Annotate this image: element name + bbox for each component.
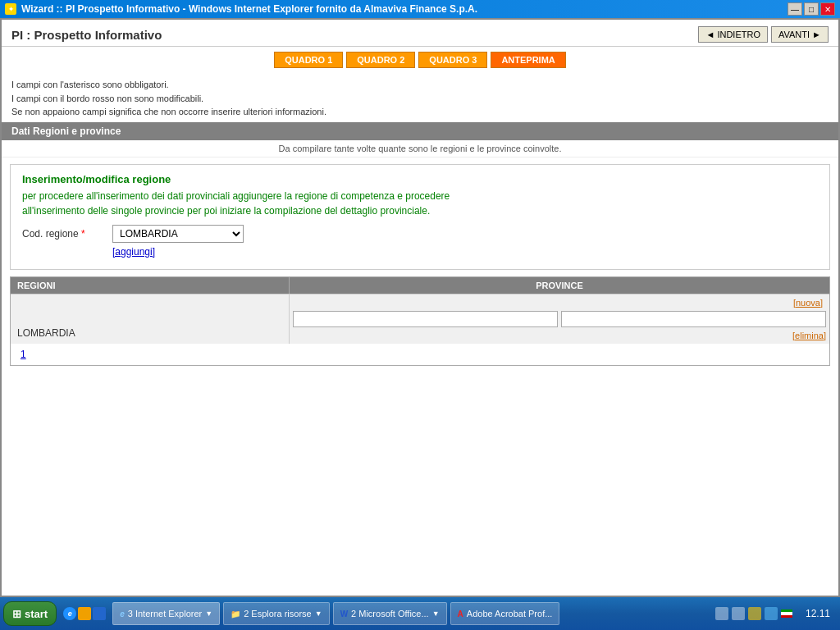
ie2-quicklaunch-icon[interactable]: [93, 607, 106, 620]
folder-quicklaunch-icon[interactable]: [78, 607, 91, 620]
flag-icons: [781, 609, 792, 618]
aggiungi-link[interactable]: [aggiungi]: [112, 246, 155, 258]
region-select[interactable]: LOMBARDIA: [112, 225, 244, 243]
nav-arrows: ◄ INDIETRO AVANTI ►: [698, 26, 829, 43]
tab-quadro3[interactable]: QUADRO 3: [418, 52, 487, 68]
instructions: Da compilare tante volte quante sono le …: [2, 140, 838, 158]
table-footer-row: 1: [11, 344, 829, 365]
taskbar: ⊞ start e e 3 Internet Explorer ▼ 📁 2 Es…: [0, 597, 840, 630]
col-header-regioni: REGIONI: [11, 277, 290, 294]
elimina-link[interactable]: [elimina]: [792, 329, 826, 342]
folder-taskbar-icon: 📁: [231, 609, 240, 619]
province-input-2[interactable]: [561, 311, 826, 327]
title-bar: ✦ Wizard :: PI Prospetto Informativo - W…: [0, 0, 840, 18]
acrobat-taskbar-icon: A: [458, 609, 463, 619]
table-header: REGIONI PROVINCE: [11, 277, 829, 294]
word-taskbar-icon: W: [340, 609, 348, 619]
quick-launch: e: [60, 607, 109, 620]
close-button[interactable]: ✕: [820, 2, 835, 16]
taskbar-item-acrobat[interactable]: A Adobe Acrobat Prof...: [450, 602, 560, 625]
alert-tray-icon: [748, 607, 761, 620]
page-title: PI : Prospetto Informativo: [11, 28, 162, 42]
lang-tray-icon: [765, 607, 778, 620]
info-section: I campi con l'asterisco sono obbligatori…: [2, 73, 838, 121]
back-button[interactable]: ◄ INDIETRO: [698, 26, 768, 43]
page-header: PI : Prospetto Informativo ◄ INDIETRO AV…: [2, 20, 838, 47]
province-input-1[interactable]: [293, 311, 558, 327]
page-number-link[interactable]: 1: [21, 349, 26, 360]
explorer-dropdown-arrow[interactable]: ▼: [315, 609, 322, 618]
taskbar-item-office[interactable]: W 2 Microsoft Office... ▼: [333, 602, 447, 625]
form-row-cod-regione: Cod. regione * LOMBARDIA: [22, 218, 818, 246]
tab-anteprima[interactable]: ANTEPRIMA: [491, 52, 565, 68]
ie-taskbar-icon: e: [120, 609, 125, 619]
cod-regione-label: Cod. regione *: [22, 228, 104, 240]
section-header: Dati Regioni e province: [2, 122, 838, 140]
forward-button[interactable]: AVANTI ►: [771, 26, 829, 43]
window-title: Wizard :: PI Prospetto Informativo - Win…: [21, 3, 477, 15]
data-table: REGIONI PROVINCE LOMBARDIA [nuova] [elim…: [10, 276, 830, 366]
taskbar-item-explorer[interactable]: 📁 2 Esplora risorse ▼: [223, 602, 329, 625]
main-window: PI : Prospetto Informativo ◄ INDIETRO AV…: [0, 18, 840, 597]
aggiungi-row: [aggiungi]: [22, 246, 818, 261]
td-province: [nuova] [elimina]: [290, 294, 829, 344]
td-regione: LOMBARDIA: [11, 294, 290, 344]
nuova-link[interactable]: [nuova]: [793, 296, 823, 309]
col-header-province: PROVINCE: [290, 277, 829, 294]
info-line-3: Se non appaiono campi significa che non …: [11, 105, 829, 119]
office-dropdown-arrow[interactable]: ▼: [432, 609, 440, 618]
insert-desc-2: all'inserimento delle singole provincie …: [22, 203, 818, 218]
required-marker: *: [81, 228, 85, 240]
insert-desc-1: per procedere all'inserimento dei dati p…: [22, 189, 818, 203]
tab-quadro1[interactable]: QUADRO 1: [274, 52, 343, 68]
insert-box: Inserimento/modifica regione per procede…: [10, 164, 830, 270]
start-button[interactable]: ⊞ start: [3, 601, 57, 626]
province-inputs-row: [293, 309, 826, 329]
minimize-button[interactable]: —: [788, 2, 802, 16]
windows-flag-icon: ⊞: [12, 608, 21, 620]
maximize-button[interactable]: □: [804, 2, 819, 16]
network-tray-icon: [715, 607, 728, 620]
tab-bar: QUADRO 1 QUADRO 2 QUADRO 3 ANTEPRIMA: [2, 47, 838, 73]
taskbar-item-ie[interactable]: e 3 Internet Explorer ▼: [112, 602, 220, 625]
info-line-2: I campi con il bordo rosso non sono modi…: [11, 92, 829, 106]
ie-dropdown-arrow[interactable]: ▼: [205, 609, 212, 618]
system-tray: [712, 607, 796, 620]
tab-quadro2[interactable]: QUADRO 2: [346, 52, 415, 68]
table-row: LOMBARDIA [nuova] [elimina]: [11, 294, 829, 344]
window-controls: — □ ✕: [788, 2, 835, 16]
info-line-1: I campi con l'asterisco sono obbligatori…: [11, 78, 829, 92]
ie-quicklaunch-icon[interactable]: e: [63, 607, 76, 620]
clock: 12.11: [799, 608, 837, 619]
app-icon: ✦: [5, 3, 16, 15]
flag-icon: [781, 609, 792, 618]
insert-title: Inserimento/modifica regione: [22, 173, 818, 185]
sound-tray-icon: [732, 607, 745, 620]
